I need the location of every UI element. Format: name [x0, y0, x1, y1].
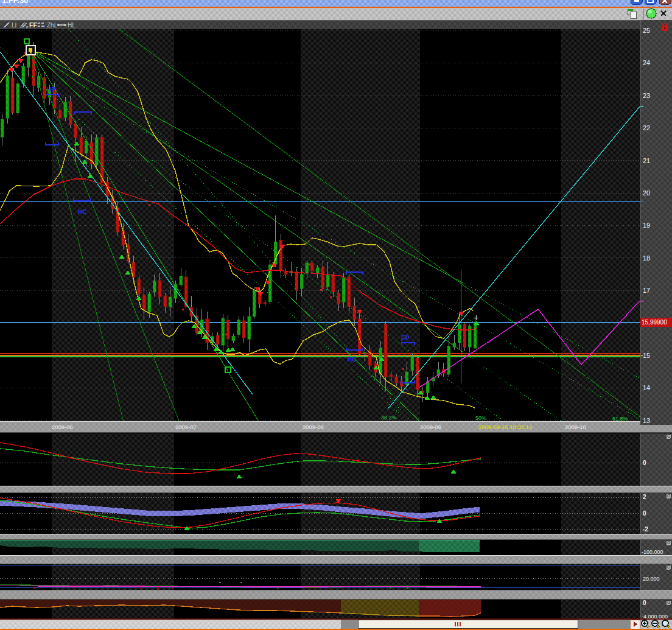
svg-text:25: 25 [643, 27, 650, 34]
svg-text:2009-09: 2009-09 [420, 424, 441, 430]
svg-text:15,99900: 15,99900 [642, 319, 667, 326]
svg-text:17: 17 [643, 287, 650, 294]
svg-text:14: 14 [643, 384, 650, 391]
svg-text:HC: HC [348, 356, 356, 363]
svg-text:22: 22 [643, 124, 650, 131]
svg-text:15: 15 [643, 352, 650, 359]
svg-text:HP: HP [47, 86, 55, 93]
svg-text:2: 2 [643, 494, 646, 500]
svg-text:2009-07: 2009-07 [175, 424, 197, 430]
svg-text:13: 13 [643, 417, 650, 424]
svg-text:2009-06: 2009-06 [52, 424, 73, 430]
svg-text:18: 18 [643, 254, 650, 262]
svg-text:20.000: 20.000 [643, 576, 660, 582]
svg-text:G: G [667, 565, 670, 569]
svg-text:2009-10: 2009-10 [565, 424, 586, 430]
svg-text:20: 20 [643, 189, 650, 197]
svg-text:F: F [26, 26, 29, 29]
svg-text:2009-09-15 10:32:14: 2009-09-15 10:32:14 [478, 424, 532, 430]
svg-text:23: 23 [643, 92, 650, 99]
svg-text:G: G [667, 600, 670, 604]
svg-text:38.2%: 38.2% [381, 415, 397, 421]
svg-text:1.FF.30: 1.FF.30 [2, 0, 28, 5]
svg-text:-100.000: -100.000 [642, 549, 663, 555]
svg-text:HL: HL [68, 22, 75, 29]
svg-text:0: 0 [643, 460, 646, 466]
svg-text:19: 19 [643, 222, 650, 229]
svg-text:50%: 50% [475, 415, 486, 421]
svg-text:LI: LI [12, 22, 16, 29]
svg-text:G: G [667, 434, 670, 438]
svg-text:0: 0 [643, 600, 646, 606]
svg-text:G: G [667, 541, 670, 545]
svg-text:HC: HC [78, 209, 86, 215]
svg-text:-2: -2 [643, 526, 648, 533]
svg-text:ZhL: ZhL [47, 22, 58, 29]
svg-text:61.8%: 61.8% [612, 416, 628, 422]
svg-text:EP: EP [401, 335, 410, 341]
svg-text:0: 0 [643, 510, 646, 517]
svg-text:G: G [667, 494, 670, 498]
svg-text:21: 21 [643, 157, 650, 164]
svg-text:FF: FF [29, 21, 37, 29]
svg-text:2009-08: 2009-08 [303, 424, 324, 430]
svg-text:24: 24 [643, 59, 650, 66]
